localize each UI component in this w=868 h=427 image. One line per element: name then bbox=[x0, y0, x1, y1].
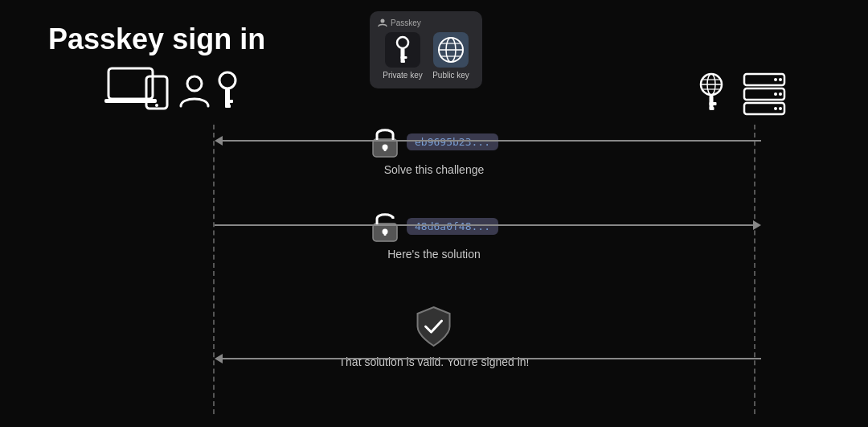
svg-rect-27 bbox=[744, 74, 784, 85]
challenge-label: Solve this challenge bbox=[384, 163, 485, 176]
svg-point-30 bbox=[774, 78, 777, 81]
svg-rect-28 bbox=[744, 88, 784, 100]
passkey-card-keys: Private key Public key bbox=[378, 32, 474, 80]
key-icon-left bbox=[216, 71, 239, 111]
passkey-label: Passkey bbox=[391, 18, 421, 27]
arrow-head-left-3 bbox=[215, 354, 223, 363]
public-key-label: Public key bbox=[432, 71, 469, 80]
server-icon bbox=[741, 71, 788, 117]
left-device-group bbox=[104, 64, 239, 117]
person-icon bbox=[179, 74, 210, 108]
globe-key-icon bbox=[696, 72, 727, 117]
svg-point-31 bbox=[774, 92, 777, 96]
svg-rect-13 bbox=[400, 60, 405, 63]
signedin-arrow bbox=[215, 354, 761, 363]
svg-point-34 bbox=[779, 92, 782, 96]
svg-point-32 bbox=[774, 107, 777, 110]
svg-point-3 bbox=[155, 104, 158, 107]
dashed-line-right bbox=[754, 125, 755, 414]
solution-arrow bbox=[215, 220, 761, 230]
svg-point-9 bbox=[381, 19, 385, 23]
private-key-label: Private key bbox=[383, 71, 422, 80]
right-side-group bbox=[696, 71, 788, 117]
svg-rect-8 bbox=[225, 105, 231, 108]
svg-point-35 bbox=[779, 107, 782, 110]
svg-point-4 bbox=[187, 76, 202, 91]
device-icon bbox=[104, 64, 173, 117]
svg-rect-25 bbox=[710, 102, 717, 105]
dashed-line-left bbox=[213, 125, 215, 414]
svg-rect-7 bbox=[225, 100, 233, 103]
public-key-item: Public key bbox=[432, 32, 469, 80]
arrow-line-1 bbox=[223, 140, 761, 142]
public-key-icon bbox=[436, 35, 465, 64]
svg-rect-26 bbox=[710, 107, 714, 110]
solution-center: 48d6a0f48... Here's the solution bbox=[370, 209, 498, 261]
private-key-item: Private key bbox=[383, 32, 422, 80]
svg-point-10 bbox=[397, 37, 408, 48]
svg-rect-11 bbox=[400, 48, 404, 61]
svg-rect-6 bbox=[225, 88, 230, 106]
svg-rect-12 bbox=[400, 56, 407, 59]
arrow-head-right-2 bbox=[753, 220, 761, 230]
challenge-center: eb9695b23... Solve this challenge bbox=[370, 125, 498, 176]
svg-rect-29 bbox=[744, 103, 784, 114]
arrow-head-left-1 bbox=[215, 136, 223, 146]
person-small-icon bbox=[378, 18, 387, 27]
svg-point-5 bbox=[219, 72, 235, 88]
passkey-card: Passkey Private key bbox=[370, 11, 482, 88]
shield-check-icon bbox=[415, 306, 453, 347]
solution-label: Here's the solution bbox=[387, 248, 481, 261]
arrow-line-3 bbox=[223, 358, 761, 359]
arrow-line-2 bbox=[215, 224, 753, 226]
public-key-icon-wrap bbox=[433, 32, 469, 68]
challenge-arrow bbox=[215, 136, 761, 146]
svg-rect-38 bbox=[384, 147, 387, 151]
private-key-icon bbox=[392, 35, 413, 64]
page-title: Passkey sign in bbox=[48, 23, 265, 56]
svg-rect-1 bbox=[104, 99, 157, 103]
private-key-icon-wrap bbox=[385, 32, 420, 68]
passkey-card-header: Passkey bbox=[378, 18, 474, 27]
svg-rect-41 bbox=[384, 232, 387, 236]
svg-point-33 bbox=[779, 78, 782, 81]
